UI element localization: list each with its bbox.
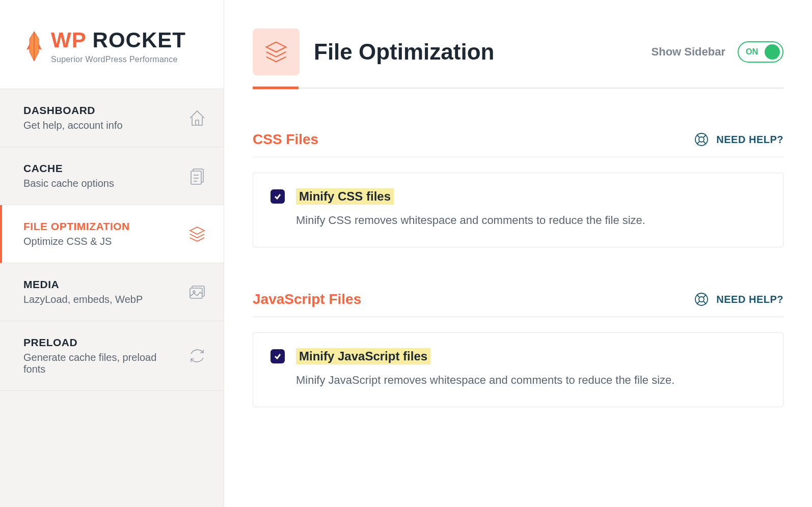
section-header-js: JavaScript Files NEED HELP? xyxy=(253,291,783,317)
svg-line-18 xyxy=(697,301,699,304)
option-card-minify-css: Minify CSS files Minify CSS removes whit… xyxy=(253,173,783,247)
option-description: Minify CSS removes whitespace and commen… xyxy=(296,212,645,229)
svg-line-10 xyxy=(697,135,699,137)
sidebar-item-file-optimization[interactable]: FILE OPTIMIZATION Optimize CSS & JS xyxy=(0,205,224,263)
logo-block: WP ROCKET Superior WordPress Performance xyxy=(0,0,224,89)
svg-point-9 xyxy=(699,137,704,142)
nav-title: FILE OPTIMIZATION xyxy=(23,220,130,233)
svg-line-19 xyxy=(703,301,706,304)
tab-indicator xyxy=(253,88,783,89)
toggle-state-label: ON xyxy=(746,47,758,57)
toggle-knob xyxy=(765,44,780,60)
section-header-css: CSS Files NEED HELP? xyxy=(253,131,783,157)
option-description: Minify JavaScript removes whitespace and… xyxy=(296,372,674,388)
lifebuoy-icon xyxy=(694,292,709,307)
document-icon xyxy=(187,166,207,186)
page-title: File Optimization xyxy=(314,39,637,65)
svg-line-17 xyxy=(703,295,706,297)
main-content: File Optimization Show Sidebar ON CSS Fi… xyxy=(224,0,812,507)
nav-title: DASHBOARD xyxy=(23,104,123,117)
page-header-icon xyxy=(253,29,300,75)
svg-line-16 xyxy=(697,295,699,297)
sidebar: WP ROCKET Superior WordPress Performance… xyxy=(0,0,224,507)
nav-title: PRELOAD xyxy=(23,336,181,349)
sidebar-item-preload[interactable]: PRELOAD Generate cache files, preload fo… xyxy=(0,321,224,391)
nav-subtitle: Generate cache files, preload fonts xyxy=(23,352,181,375)
lifebuoy-icon xyxy=(694,132,709,147)
need-help-button[interactable]: NEED HELP? xyxy=(694,132,783,147)
rocket-logo-icon xyxy=(23,30,45,63)
section-title: CSS Files xyxy=(253,131,318,148)
nav-title: MEDIA xyxy=(23,278,143,291)
svg-line-12 xyxy=(697,142,699,144)
need-help-label: NEED HELP? xyxy=(716,134,783,146)
show-sidebar-label: Show Sidebar xyxy=(652,45,725,59)
option-card-minify-js: Minify JavaScript files Minify JavaScrip… xyxy=(253,332,783,407)
svg-rect-6 xyxy=(190,288,202,298)
minify-js-checkbox[interactable] xyxy=(270,349,285,363)
need-help-label: NEED HELP? xyxy=(716,294,783,305)
sidebar-item-cache[interactable]: CACHE Basic cache options xyxy=(0,147,224,205)
section-title: JavaScript Files xyxy=(253,291,361,307)
page-header: File Optimization Show Sidebar ON xyxy=(253,29,783,75)
minify-css-checkbox[interactable] xyxy=(270,189,285,204)
sidebar-item-media[interactable]: MEDIA LazyLoad, embeds, WebP xyxy=(0,263,224,321)
svg-rect-1 xyxy=(191,171,201,184)
nav-subtitle: Basic cache options xyxy=(23,178,114,189)
option-title: Minify CSS files xyxy=(296,188,394,205)
logo-text: WP ROCKET xyxy=(51,30,186,51)
nav-subtitle: Get help, account info xyxy=(23,120,123,131)
svg-line-13 xyxy=(703,142,706,144)
show-sidebar-toggle[interactable]: ON xyxy=(738,41,783,63)
home-icon xyxy=(187,108,207,128)
nav-subtitle: LazyLoad, embeds, WebP xyxy=(23,294,143,305)
sidebar-item-dashboard[interactable]: DASHBOARD Get help, account info xyxy=(0,89,224,147)
svg-line-11 xyxy=(703,135,706,137)
nav-subtitle: Optimize CSS & JS xyxy=(23,236,130,247)
option-title: Minify JavaScript files xyxy=(296,348,430,364)
image-icon xyxy=(187,282,207,302)
nav-title: CACHE xyxy=(23,162,114,175)
layers-icon xyxy=(187,224,207,244)
refresh-icon xyxy=(187,346,207,366)
svg-point-15 xyxy=(699,297,704,302)
need-help-button[interactable]: NEED HELP? xyxy=(694,292,783,307)
logo-tagline: Superior WordPress Performance xyxy=(51,55,186,64)
